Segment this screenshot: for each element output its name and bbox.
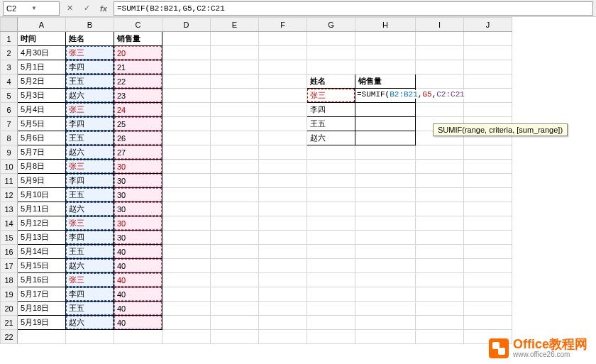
row-header-1[interactable]: 1 xyxy=(1,32,18,46)
row-header-21[interactable]: 21 xyxy=(1,316,18,330)
cell-J6[interactable] xyxy=(464,103,512,117)
cell-D5[interactable] xyxy=(162,89,211,103)
cell-F10[interactable] xyxy=(259,160,307,174)
row-header-5[interactable]: 5 xyxy=(1,89,18,103)
row-header-17[interactable]: 17 xyxy=(1,259,18,273)
row-header-18[interactable]: 18 xyxy=(1,273,18,287)
cell-E19[interactable] xyxy=(211,287,259,302)
cell-A19[interactable]: 5月17日 xyxy=(18,287,66,302)
cell-I17[interactable] xyxy=(416,259,464,273)
cell-F1[interactable] xyxy=(259,32,307,46)
cell-B9[interactable]: 赵六 xyxy=(66,145,114,160)
row-header-22[interactable]: 22 xyxy=(1,330,18,344)
cell-H16[interactable] xyxy=(355,245,416,259)
column-header-B[interactable]: B xyxy=(66,18,114,32)
row-header-2[interactable]: 2 xyxy=(1,46,18,60)
cell-G1[interactable] xyxy=(307,32,355,46)
cell-D6[interactable] xyxy=(162,103,211,117)
cell-D19[interactable] xyxy=(162,287,211,302)
cell-A4[interactable]: 5月2日 xyxy=(18,75,66,89)
cell-E20[interactable] xyxy=(211,302,259,316)
cell-C15[interactable]: 30 xyxy=(114,231,162,245)
cell-A14[interactable]: 5月12日 xyxy=(18,216,66,231)
cell-F22[interactable] xyxy=(259,330,307,344)
cell-H7[interactable] xyxy=(355,117,416,131)
cell-B20[interactable]: 王五 xyxy=(66,302,114,316)
cell-C10[interactable]: 30 xyxy=(114,160,162,174)
cell-B8[interactable]: 王五 xyxy=(66,131,114,145)
cell-H12[interactable] xyxy=(355,188,416,202)
cell-I13[interactable] xyxy=(416,202,464,216)
cell-B14[interactable]: 张三 xyxy=(66,216,114,231)
cell-I18[interactable] xyxy=(416,273,464,287)
cell-G21[interactable] xyxy=(307,316,355,330)
cell-A6[interactable]: 5月4日 xyxy=(18,103,66,117)
cancel-icon[interactable]: ✕ xyxy=(62,1,77,16)
cell-E13[interactable] xyxy=(211,202,259,216)
cell-F18[interactable] xyxy=(259,273,307,287)
row-header-15[interactable]: 15 xyxy=(1,231,18,245)
cell-F20[interactable] xyxy=(259,302,307,316)
cell-C12[interactable]: 30 xyxy=(114,188,162,202)
fx-icon[interactable]: fx xyxy=(96,1,111,16)
cell-B13[interactable]: 赵六 xyxy=(66,202,114,216)
cell-G17[interactable] xyxy=(307,259,355,273)
cell-G3[interactable] xyxy=(307,60,355,75)
cell-J14[interactable] xyxy=(464,216,512,231)
row-header-8[interactable]: 8 xyxy=(1,131,18,145)
cell-J5[interactable] xyxy=(464,89,512,103)
cell-A3[interactable]: 5月1日 xyxy=(18,60,66,75)
cell-E9[interactable] xyxy=(211,145,259,160)
cell-J21[interactable] xyxy=(464,316,512,330)
cell-B2[interactable]: 张三 xyxy=(66,46,114,60)
cell-E6[interactable] xyxy=(211,103,259,117)
name-box[interactable]: C2 ▼ xyxy=(3,1,60,16)
spreadsheet-grid[interactable]: ABCDEFGHIJ1时间姓名销售量24月30日张三2035月1日李四2145月… xyxy=(0,17,596,344)
cell-G7[interactable]: 王五 xyxy=(307,117,355,131)
cell-C4[interactable]: 22 xyxy=(114,75,162,89)
cell-D8[interactable] xyxy=(162,131,211,145)
row-header-19[interactable]: 19 xyxy=(1,287,18,302)
cell-C2[interactable]: 20 xyxy=(114,46,162,60)
cell-A2[interactable]: 4月30日 xyxy=(18,46,66,60)
cell-D1[interactable] xyxy=(162,32,211,46)
cell-F13[interactable] xyxy=(259,202,307,216)
cell-H2[interactable] xyxy=(355,46,416,60)
cell-J13[interactable] xyxy=(464,202,512,216)
column-header-E[interactable]: E xyxy=(211,18,259,32)
column-header-C[interactable]: C xyxy=(114,18,162,32)
cell-F19[interactable] xyxy=(259,287,307,302)
row-header-11[interactable]: 11 xyxy=(1,174,18,188)
cell-F5[interactable] xyxy=(259,89,307,103)
cell-I16[interactable] xyxy=(416,245,464,259)
cell-E1[interactable] xyxy=(211,32,259,46)
cell-H9[interactable] xyxy=(355,145,416,160)
cell-C6[interactable]: 24 xyxy=(114,103,162,117)
column-header-I[interactable]: I xyxy=(416,18,464,32)
column-header-J[interactable]: J xyxy=(464,18,512,32)
cell-G22[interactable] xyxy=(307,330,355,344)
cell-G10[interactable] xyxy=(307,160,355,174)
cell-G13[interactable] xyxy=(307,202,355,216)
cell-E5[interactable] xyxy=(211,89,259,103)
cell-I12[interactable] xyxy=(416,188,464,202)
cell-F16[interactable] xyxy=(259,245,307,259)
cell-I10[interactable] xyxy=(416,160,464,174)
formula-input[interactable]: =SUMIF(B2:B21,G5,C2:C21 xyxy=(114,1,593,16)
cell-A5[interactable]: 5月3日 xyxy=(18,89,66,103)
cell-A18[interactable]: 5月16日 xyxy=(18,273,66,287)
cell-D21[interactable] xyxy=(162,316,211,330)
cell-C22[interactable] xyxy=(114,330,162,344)
row-header-4[interactable]: 4 xyxy=(1,75,18,89)
cell-B12[interactable]: 王五 xyxy=(66,188,114,202)
column-header-D[interactable]: D xyxy=(162,18,211,32)
cell-C14[interactable]: 30 xyxy=(114,216,162,231)
cell-A20[interactable]: 5月18日 xyxy=(18,302,66,316)
cell-D2[interactable] xyxy=(162,46,211,60)
cell-G16[interactable] xyxy=(307,245,355,259)
cell-C19[interactable]: 40 xyxy=(114,287,162,302)
cell-H13[interactable] xyxy=(355,202,416,216)
cell-H14[interactable] xyxy=(355,216,416,231)
cell-D18[interactable] xyxy=(162,273,211,287)
cell-B22[interactable] xyxy=(66,330,114,344)
